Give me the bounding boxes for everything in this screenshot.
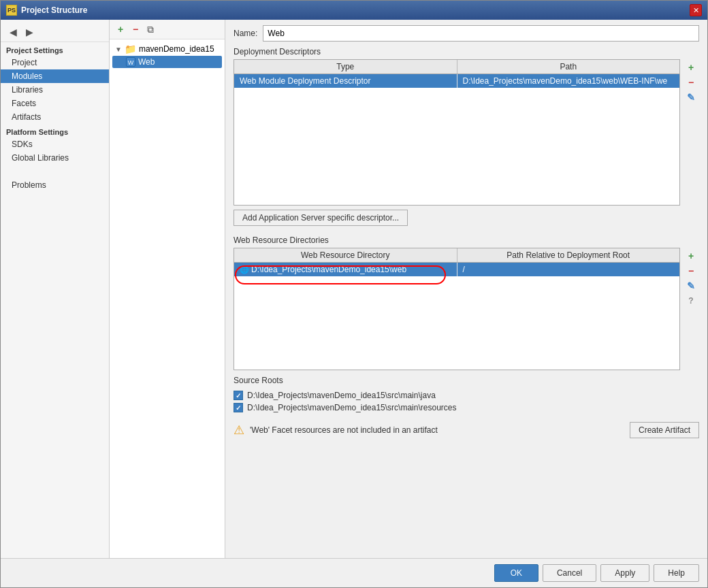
warning-message: 'Web' Facet resources are not included i…	[250, 425, 624, 435]
warning-bar: ⚠ 'Web' Facet resources are not included…	[225, 418, 707, 442]
web-resource-edit-btn[interactable]: ✎	[684, 279, 698, 293]
web-resource-side-btns: + − ✎ ?	[683, 248, 699, 370]
tree-toolbar: + − ⧉	[110, 20, 225, 39]
help-button[interactable]: Help	[654, 564, 699, 582]
source-root-path-0: D:\Idea_Projects\mavenDemo_idea15\src\ma…	[247, 391, 436, 400]
create-artifact-button[interactable]: Create Artifact	[630, 422, 699, 438]
ok-button[interactable]: OK	[494, 564, 538, 582]
check-icon-0: ✓	[236, 392, 241, 399]
deployment-type-0: Web Module Deployment Descriptor	[234, 74, 457, 88]
sidebar-item-modules[interactable]: Modules	[1, 69, 109, 83]
deployment-add-btn[interactable]: +	[684, 61, 698, 74]
project-structure-window: PS Project Structure ✕ ◀ ▶ Project Setti…	[0, 0, 708, 588]
cancel-button[interactable]: Cancel	[543, 564, 596, 582]
source-root-0: ✓ D:\Idea_Projects\mavenDemo_idea15\src\…	[234, 389, 699, 402]
platform-settings-label: Platform Settings	[1, 124, 109, 137]
source-root-path-1: D:\Idea_Projects\mavenDemo_idea15\src\ma…	[247, 403, 456, 412]
path-header: Path	[457, 60, 680, 74]
deployment-table-container: Type Path Web Module Deployment Descript…	[234, 59, 699, 206]
project-settings-label: Project Settings	[1, 42, 109, 56]
web-resource-remove-btn[interactable]: −	[684, 264, 698, 278]
deployment-descriptors-section: Deployment Descriptors Type Path Web Mod…	[225, 47, 707, 230]
module-icon: W	[126, 57, 135, 67]
sidebar-toolbar: ◀ ▶	[1, 22, 109, 42]
deployment-descriptors-title: Deployment Descriptors	[234, 47, 699, 56]
deployment-path-0: D:\Idea_Projects\mavenDemo_idea15\web\WE…	[457, 74, 680, 88]
tree-copy-button[interactable]: ⧉	[144, 22, 157, 36]
tree-root-label: mavenDemo_idea15	[139, 44, 214, 54]
tree-module-item[interactable]: W Web	[112, 56, 222, 68]
apply-button[interactable]: Apply	[600, 564, 649, 582]
type-header: Type	[234, 60, 457, 74]
sidebar-item-sdks[interactable]: SDKs	[1, 137, 109, 151]
deployment-table-empty	[234, 88, 679, 197]
sidebar-item-global-libraries[interactable]: Global Libraries	[1, 151, 109, 165]
sidebar: ◀ ▶ Project Settings Project Modules Lib…	[1, 20, 110, 558]
name-input[interactable]	[263, 25, 699, 42]
source-root-checkbox-0[interactable]: ✓	[234, 391, 243, 400]
deployment-edit-btn[interactable]: ✎	[684, 91, 698, 104]
source-root-1: ✓ D:\Idea_Projects\mavenDemo_idea15\src\…	[234, 402, 699, 414]
bottom-bar: OK Cancel Apply Help	[1, 558, 707, 587]
source-root-checkbox-1[interactable]: ✓	[234, 403, 243, 412]
web-resource-dir-0: 🌐D:\Idea_Projects\mavenDemo_idea15\web	[234, 263, 457, 276]
back-button[interactable]: ◀	[6, 25, 20, 39]
sidebar-item-artifacts[interactable]: Artifacts	[1, 110, 109, 124]
deployment-table-header: Type Path	[234, 60, 679, 74]
web-resource-path-header: Path Relative to Deployment Root	[457, 248, 680, 262]
deployment-remove-btn[interactable]: −	[684, 76, 698, 89]
folder-icon: 📁	[125, 44, 136, 54]
web-resource-table-container: Web Resource Directory Path Relative to …	[234, 248, 699, 370]
web-resource-table: Web Resource Directory Path Relative to …	[234, 248, 680, 370]
web-resource-header: Web Resource Directory Path Relative to …	[234, 248, 679, 263]
tree-add-button[interactable]: +	[114, 22, 127, 36]
title-bar: PS Project Structure ✕	[1, 1, 707, 20]
module-tree-panel: + − ⧉ ▼ 📁 mavenDemo_idea15 W Web	[110, 20, 225, 558]
warning-triangle-icon: ⚠	[234, 423, 244, 438]
window-title: Project Structure	[21, 5, 87, 15]
tree-module-label: Web	[138, 57, 155, 67]
forward-button[interactable]: ▶	[22, 25, 36, 39]
main-area: Name: Deployment Descriptors Type Path W…	[225, 20, 707, 558]
window-icon: PS	[6, 5, 17, 16]
sidebar-item-facets[interactable]: Facets	[1, 97, 109, 110]
web-resource-dir-header: Web Resource Directory	[234, 248, 457, 262]
deployment-side-btns: + − ✎	[683, 59, 699, 206]
web-resource-help-btn[interactable]: ?	[684, 294, 698, 308]
tree-root-item[interactable]: ▼ 📁 mavenDemo_idea15	[112, 42, 222, 56]
sidebar-item-problems[interactable]: Problems	[1, 178, 109, 192]
web-resource-row-0[interactable]: 🌐D:\Idea_Projects\mavenDemo_idea15\web /	[234, 263, 679, 276]
title-bar-left: PS Project Structure	[6, 5, 87, 16]
web-resource-section: Web Resource Directories Web Resource Di…	[225, 235, 707, 370]
web-resource-title: Web Resource Directories	[234, 235, 699, 245]
name-row: Name:	[225, 20, 707, 47]
sidebar-item-libraries[interactable]: Libraries	[1, 83, 109, 97]
deployment-row-0[interactable]: Web Module Deployment Descriptor D:\Idea…	[234, 74, 679, 88]
tree-remove-button[interactable]: −	[129, 22, 142, 36]
sidebar-item-project[interactable]: Project	[1, 56, 109, 69]
tree-expand-arrow[interactable]: ▼	[115, 46, 122, 53]
main-content: ◀ ▶ Project Settings Project Modules Lib…	[1, 20, 707, 558]
close-button[interactable]: ✕	[690, 4, 702, 16]
name-label: Name:	[234, 29, 257, 38]
deployment-table: Type Path Web Module Deployment Descript…	[234, 59, 680, 206]
tree-content: ▼ 📁 mavenDemo_idea15 W Web	[110, 39, 225, 558]
add-app-server-btn[interactable]: Add Application Server specific descript…	[234, 210, 408, 226]
source-roots-section: Source Roots ✓ D:\Idea_Projects\mavenDem…	[225, 376, 707, 414]
check-icon-1: ✓	[236, 404, 241, 412]
web-resource-add-btn[interactable]: +	[684, 249, 698, 263]
source-roots-title: Source Roots	[234, 376, 699, 385]
web-resource-rel-path-0: /	[457, 263, 680, 276]
